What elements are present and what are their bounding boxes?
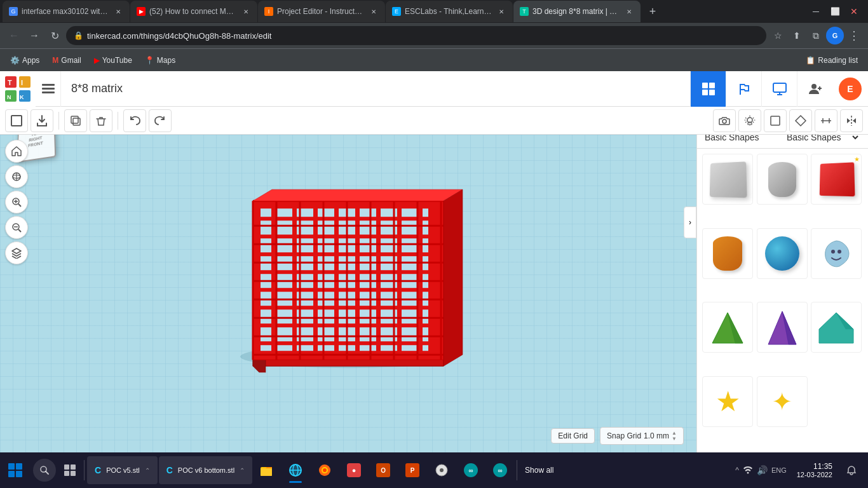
- home-view-button[interactable]: [5, 140, 28, 163]
- shape-tool-2-button[interactable]: [789, 109, 812, 132]
- window-1-icon: C: [95, 465, 101, 475]
- taskbar-app-firefox[interactable]: [311, 456, 339, 484]
- bookmark-maps[interactable]: 📍 Maps: [140, 53, 180, 67]
- maximize-button[interactable]: ⬜: [826, 3, 844, 20]
- taskbar-search-button[interactable]: [33, 459, 56, 482]
- open-window-1[interactable]: C POC v5.stl ⌃: [87, 456, 158, 484]
- taskbar-app-office[interactable]: O: [369, 456, 397, 484]
- notification-button[interactable]: [840, 459, 863, 482]
- url-bar[interactable]: 🔒 tinkercad.com/things/d4cbQhuOg8h-88-ma…: [66, 26, 766, 45]
- redo-button[interactable]: [149, 109, 172, 132]
- camera-button[interactable]: [713, 109, 736, 132]
- shape-item-gray-box[interactable]: [702, 154, 753, 205]
- shape-item-yellow-star-2[interactable]: ✦: [757, 376, 808, 427]
- tab-3[interactable]: I Project Editor - Instructables ✕: [258, 1, 385, 22]
- forward-button[interactable]: →: [25, 27, 43, 44]
- svg-rect-45: [73, 118, 80, 125]
- simulation-button[interactable]: [761, 71, 797, 107]
- shape-item-purple-pyramid[interactable]: [757, 302, 808, 353]
- taskbar-app-arduino-1[interactable]: ∞: [457, 456, 485, 484]
- snap-grid-value[interactable]: 1.0 mm ▲▼: [644, 430, 677, 442]
- taskbar-app-music[interactable]: [428, 456, 456, 484]
- system-clock[interactable]: 11:35 12-03-2022: [792, 462, 837, 478]
- reading-list-button[interactable]: 📋 Reading list: [801, 53, 863, 67]
- shape-item-green-pyramid[interactable]: [702, 302, 753, 353]
- tab-4-close[interactable]: ✕: [496, 6, 506, 17]
- taskbar-app-browser[interactable]: [281, 456, 309, 484]
- show-all-button[interactable]: Show all: [520, 466, 559, 475]
- zoom-in-button[interactable]: [5, 191, 28, 214]
- share-button[interactable]: ⬆: [788, 27, 806, 44]
- matrix-object[interactable]: [227, 169, 469, 375]
- tab-2-close[interactable]: ✕: [241, 6, 251, 17]
- tab-bar: G interface max30102 with ard... ✕ ▶ (52…: [0, 0, 868, 23]
- shape-item-red-box[interactable]: ★: [811, 154, 862, 205]
- import-button[interactable]: [31, 109, 53, 132]
- shape-item-gray-cylinder[interactable]: [757, 154, 808, 205]
- address-actions: ☆ ⬆ ⧉ G ⋮: [769, 27, 863, 44]
- shape-item-yellow-star[interactable]: ★: [702, 376, 753, 427]
- new-tab-button[interactable]: +: [644, 3, 661, 20]
- extensions-button[interactable]: ⧉: [807, 27, 825, 44]
- network-icon[interactable]: [743, 465, 753, 476]
- bookmark-gmail[interactable]: M Gmail: [47, 53, 86, 67]
- taskbar-app-powerpoint[interactable]: P: [398, 456, 426, 484]
- snap-grid-stepper[interactable]: ▲▼: [672, 430, 677, 442]
- window-2-icon: C: [166, 465, 173, 475]
- chevron-icon[interactable]: ^: [735, 466, 739, 475]
- menu-button[interactable]: ⋮: [845, 27, 863, 44]
- mirror-button[interactable]: [840, 109, 863, 132]
- tab-5-close[interactable]: ✕: [624, 6, 634, 17]
- minimize-button[interactable]: ─: [807, 3, 825, 20]
- bookmark-youtube[interactable]: ▶ YouTube: [89, 53, 137, 67]
- shape-item-sphere[interactable]: [757, 228, 808, 279]
- svg-point-102: [440, 468, 444, 472]
- back-button[interactable]: ←: [5, 27, 23, 44]
- shape-item-blob[interactable]: [811, 228, 862, 279]
- shape-item-orange-cylinder[interactable]: [702, 228, 753, 279]
- taskbar-app-file-explorer[interactable]: [252, 456, 280, 484]
- yellow-star-2-shape: ✦: [764, 384, 800, 419]
- tab-5[interactable]: T 3D design 8*8 matrix | Tinker... ✕: [513, 1, 641, 22]
- tab-1[interactable]: G interface max30102 with ard... ✕: [3, 1, 130, 22]
- tab-4[interactable]: E ESCLabs - Think,Learn & Do... ✕: [386, 1, 513, 22]
- undo-button[interactable]: [123, 109, 146, 132]
- new-shape-button[interactable]: [5, 109, 28, 132]
- delete-button[interactable]: [90, 109, 112, 132]
- close-button[interactable]: ✕: [845, 3, 863, 20]
- refresh-button[interactable]: ↻: [46, 27, 64, 44]
- shape-tool-button[interactable]: [764, 109, 787, 132]
- copy-button[interactable]: [64, 109, 87, 132]
- bookmark-star-button[interactable]: ☆: [769, 27, 787, 44]
- arduino-icon-2: ∞: [493, 463, 507, 477]
- task-view-button[interactable]: [58, 452, 81, 488]
- grid-view-button[interactable]: [690, 71, 726, 107]
- bookmark-apps[interactable]: ⚙️ Apps: [5, 53, 44, 67]
- start-button[interactable]: [0, 452, 31, 488]
- svg-rect-83: [16, 463, 22, 470]
- collapse-panel-button[interactable]: ›: [684, 207, 696, 238]
- window-2-expand[interactable]: ⌃: [240, 467, 245, 474]
- orbit-button[interactable]: [5, 165, 28, 188]
- tc-menu-button[interactable]: [36, 71, 61, 107]
- add-user-button[interactable]: [797, 71, 832, 107]
- align-button[interactable]: [815, 109, 837, 132]
- profile-button[interactable]: G: [826, 27, 844, 44]
- edit-grid-button[interactable]: Edit Grid: [551, 428, 595, 444]
- volume-icon[interactable]: 🔊: [757, 465, 768, 475]
- tinkercad-logo[interactable]: T I N K: [0, 71, 36, 107]
- svg-rect-88: [64, 464, 69, 470]
- zoom-out-button[interactable]: [5, 216, 28, 239]
- open-window-2[interactable]: C POC v6 bottom.stl ⌃: [159, 456, 252, 484]
- tab-3-close[interactable]: ✕: [369, 6, 379, 17]
- taskbar-app-arduino-2[interactable]: ∞: [486, 456, 514, 484]
- build-button[interactable]: [726, 71, 761, 107]
- tab-2[interactable]: ▶ (52) How to connect MAX30... ✕: [130, 1, 257, 22]
- taskbar-app-red[interactable]: ●: [340, 456, 368, 484]
- tab-1-close[interactable]: ✕: [113, 6, 123, 17]
- window-1-expand[interactable]: ⌃: [145, 467, 150, 474]
- user-avatar[interactable]: E: [832, 71, 868, 107]
- shape-item-roof[interactable]: [811, 302, 862, 353]
- light-button[interactable]: [738, 109, 761, 132]
- layers-button[interactable]: [5, 241, 28, 264]
